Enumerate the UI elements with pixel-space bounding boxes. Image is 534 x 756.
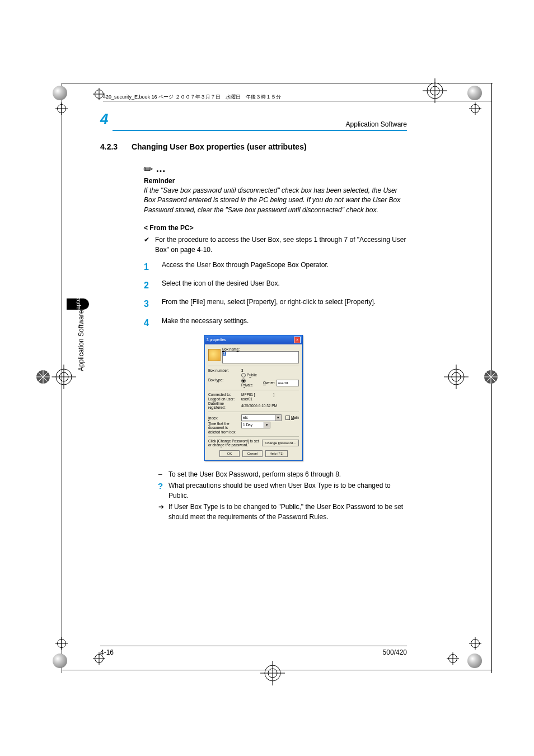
dialog-title: 3 properties [207,338,226,342]
step-row: 3From the [File] menu, select [Property]… [144,297,407,310]
reminder-label: Reminder [144,177,407,185]
dialog-titlebar[interactable]: 3 properties × [205,335,302,344]
main-checkbox[interactable] [285,416,290,420]
chevron-down-icon: ▾ [264,422,270,428]
value-datetime: 4/25/2006 6:10:32 PM [241,404,277,408]
reminder-body: If the "Save box password until disconne… [144,186,407,215]
section-number: 4.2.3 [100,142,129,151]
crosshair-icon [55,102,68,115]
step-text: Make the necessary settings. [162,316,249,329]
pencil-icon: ✎ [140,161,157,178]
registration-mark [423,78,447,103]
step-row: 2Select the icon of the desired User Box… [144,279,407,292]
label-box-type: Box type: [208,378,240,382]
value-box-number: 3 [241,368,243,372]
label-private: Private [241,383,252,387]
radio-public[interactable] [241,373,246,377]
time-select[interactable]: 1 Day▾ [241,422,270,428]
corner-ball [53,654,67,668]
box-icon [208,349,221,361]
step-number: 3 [144,297,152,310]
label-box-name: Box name: [222,347,299,351]
crosshair-icon [469,637,481,650]
note-text: To set the User Box Password, perform st… [168,470,341,478]
section-title-text: Changing User Box properties (user attri… [132,142,307,151]
label-public: Public [247,373,257,377]
prereq-text: For the procedure to access the User Box… [155,235,407,255]
registration-mark [444,365,469,389]
check-icon: ✔ [144,235,149,255]
step-row: 1Access the User Box through PageScope B… [144,260,407,273]
dots-icon: … [156,163,167,175]
box-name-input[interactable]: 3 [222,351,299,363]
label-owner: Owner: [263,381,275,385]
corner-ball [467,654,482,668]
sidebar-section-label: Application Software [77,310,85,371]
note-item: What precautions should be used when Use… [158,481,407,501]
properties-dialog: 3 properties × Box name: 3 Box number:3 … [204,335,303,461]
from-pc-heading: < From the PC> [144,224,407,232]
label-logged-user: Logged on user: [208,397,240,401]
sidebar-chapter-tab: Chapter 4 [67,298,89,310]
value-logged-user: user01 [241,397,252,401]
ok-button[interactable]: OK [219,450,240,457]
radio-private[interactable] [241,379,246,383]
label-box-number: Box number: [208,368,240,372]
step-text: Access the User Box through PageScope Bo… [162,260,329,273]
header-right-label: Application Software [346,120,407,128]
footer-model: 500/420 [383,648,407,656]
registration-mark-outer [31,365,55,389]
label-connected: Connected to: [208,393,240,396]
prereq-row: ✔ For the procedure to access the User B… [144,235,407,255]
step-text: Select the icon of the desired User Box. [162,279,280,292]
registration-mark [260,661,285,685]
change-password-button[interactable]: Change Password... [262,440,299,446]
note-text: What precautions should be used when Use… [168,482,391,499]
page-content: 4 Application Software 4.2.3 Changing Us… [100,112,407,524]
note-item: To set the User Box Password, perform st… [158,470,407,479]
crosshair-icon [469,102,481,115]
book-header-line: 420_security_E.book 16 ページ ２００７年３月７日 水曜日… [103,94,281,101]
step-number: 4 [144,316,152,329]
note-item: If User Box Type is to be changed to "Pu… [158,502,407,522]
crosshair-icon [55,637,68,650]
help-button[interactable]: Help (F1) [265,450,288,457]
label-datetime: Date/time registered: [208,402,240,409]
value-connected: MFP01 [ [241,393,255,396]
label-index: Index: [208,416,240,420]
note-text: If User Box Type is to be changed to "Pu… [168,503,403,520]
step-text: From the [File] menu, select [Property],… [162,297,376,310]
header-rule [103,101,491,101]
label-main: Main [291,416,299,419]
label-delete-time: Time that the document is deleted from b… [208,422,240,433]
registration-mark-outer [479,365,503,389]
cancel-button[interactable]: Cancel [242,450,263,457]
index-select[interactable]: etc▾ [241,414,282,421]
chapter-number: 4 [100,110,108,128]
header-underline [113,130,407,131]
step-number: 1 [144,260,152,273]
value-connected-end: ] [274,393,275,396]
close-icon[interactable]: × [294,337,301,343]
reminder-icon-row: ✎ … [144,161,407,175]
page-header: 4 Application Software [100,112,407,131]
corner-ball [467,86,482,100]
label-change-password-msg: Click [Change Password] to set or change… [208,439,260,447]
step-number: 2 [144,279,152,292]
chevron-down-icon: ▾ [275,415,281,421]
page-footer: 4-16 500/420 [100,646,407,656]
footer-page-number: 4-16 [100,648,114,656]
section-heading: 4.2.3 Changing User Box properties (user… [100,142,407,151]
corner-ball [53,86,67,100]
step-row: 4Make the necessary settings. [144,316,407,329]
crosshair-icon [447,652,459,665]
owner-input[interactable]: user01 [277,380,299,386]
